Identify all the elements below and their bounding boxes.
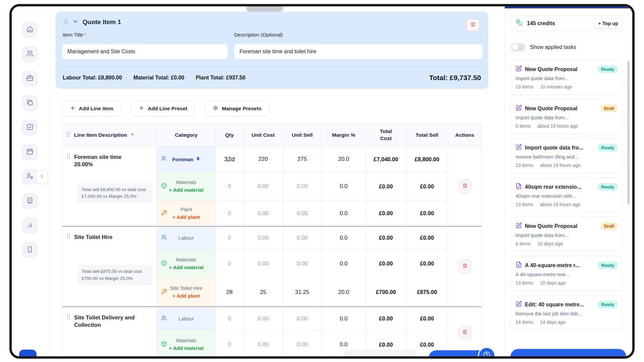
qty-cell[interactable]: 0 bbox=[215, 307, 243, 330]
task-description: Remove the last job item title... bbox=[516, 311, 618, 316]
file-icon bbox=[516, 261, 522, 269]
top-notch bbox=[246, 4, 283, 12]
line-item-title[interactable]: Site Toilet Hire bbox=[74, 233, 112, 241]
qty-cell[interactable]: 32d bbox=[215, 146, 243, 172]
unit-sell-cell[interactable]: 0.00 bbox=[283, 249, 321, 278]
show-applied-tasks-toggle[interactable] bbox=[511, 43, 525, 51]
nav-calendar-button[interactable] bbox=[22, 144, 38, 160]
line-item-title[interactable]: Site Toilet Delivery and Collection bbox=[74, 314, 140, 329]
unit-cost-cell[interactable]: 220 bbox=[243, 146, 283, 172]
total-sell-cell: £0.00 bbox=[406, 249, 448, 278]
task-card[interactable]: 40sqm rear extensio...Ready 40sqm rear e… bbox=[511, 178, 623, 213]
unit-cost-cell[interactable]: 0.00 bbox=[243, 172, 283, 200]
task-title: New Quote Proposal bbox=[525, 223, 577, 229]
drag-handle-icon[interactable] bbox=[64, 18, 68, 26]
top-up-button[interactable]: + Top up bbox=[593, 18, 623, 29]
unit-cost-cell[interactable]: 0.00 bbox=[243, 307, 283, 330]
drag-handle-icon[interactable] bbox=[66, 233, 71, 241]
nav-reports-button[interactable] bbox=[22, 218, 38, 234]
delete-quote-item-button[interactable] bbox=[466, 19, 480, 31]
collapse-chevron-icon[interactable] bbox=[72, 18, 78, 26]
category-cell-materials[interactable]: Materials + Add material bbox=[157, 249, 215, 278]
task-card[interactable]: Edit: 40 square metre...Ready Remove the… bbox=[511, 295, 623, 330]
margin-cell[interactable]: 20.0 bbox=[321, 278, 366, 306]
task-card[interactable]: New Quote ProposalDraft Import quote dat… bbox=[511, 99, 623, 134]
add-line-preset-label: Add Line Preset bbox=[148, 106, 187, 112]
drag-handle-icon[interactable] bbox=[66, 314, 71, 321]
qty-cell[interactable]: 28 bbox=[215, 278, 243, 306]
status-badge: Ready bbox=[598, 65, 618, 73]
add-material-link[interactable]: + Add material bbox=[169, 345, 203, 352]
nav-user-settings-button[interactable] bbox=[22, 169, 38, 185]
bottom-secondary-button[interactable] bbox=[342, 350, 418, 359]
description-input[interactable] bbox=[234, 44, 483, 59]
unit-sell-cell[interactable]: 0.00 bbox=[283, 330, 321, 359]
nav-company-button[interactable] bbox=[22, 193, 38, 209]
qty-cell[interactable]: 0 bbox=[215, 249, 243, 278]
bottom-left-action-button[interactable] bbox=[19, 350, 37, 359]
nav-mobile-button[interactable] bbox=[22, 242, 38, 258]
manage-presets-button[interactable]: Manage Presets bbox=[205, 101, 269, 116]
qty-cell[interactable]: 0 bbox=[215, 330, 243, 359]
nav-tasks-button[interactable] bbox=[22, 120, 38, 136]
task-card[interactable]: Import quote data fro...Ready remove bat… bbox=[511, 138, 623, 173]
qty-cell[interactable]: 0 bbox=[215, 227, 243, 249]
category-cell-labour[interactable]: Labour bbox=[157, 227, 215, 249]
item-title-input[interactable] bbox=[62, 44, 228, 59]
margin-cell[interactable]: 20.0 bbox=[321, 146, 366, 172]
category-cell-site-toilet-hire[interactable]: Site Toilet Hire + Add plant bbox=[157, 278, 215, 306]
tasks-scrollbar[interactable] bbox=[627, 61, 630, 204]
tasks-panel: 145 credits + Top up Show applied tasks … bbox=[504, 6, 632, 356]
question-icon bbox=[483, 351, 491, 359]
add-material-link[interactable]: + Add material bbox=[169, 187, 203, 193]
unit-cost-cell[interactable]: 0.00 bbox=[243, 200, 283, 226]
category-cell-materials[interactable]: Materials + Add material bbox=[157, 172, 215, 200]
add-line-item-button[interactable]: Add Line Item bbox=[62, 101, 121, 116]
unit-cost-cell[interactable]: 25 bbox=[243, 278, 283, 306]
header-line-item-description: Line Item Description* bbox=[62, 124, 157, 146]
margin-cell[interactable]: 0.0 bbox=[321, 307, 366, 330]
unit-sell-cell[interactable]: 0.00 bbox=[283, 227, 321, 249]
category-cell-foreman[interactable]: Foreman bbox=[157, 146, 215, 172]
task-title: New Quote Proposal bbox=[525, 66, 577, 72]
unit-sell-cell[interactable]: 275 bbox=[283, 146, 321, 172]
wrench-icon bbox=[161, 289, 167, 296]
delete-line-item-button[interactable] bbox=[459, 326, 471, 340]
unit-sell-cell[interactable]: 0.00 bbox=[283, 200, 321, 226]
task-card[interactable]: A 40-square-metre r...Ready A 40-square-… bbox=[511, 256, 623, 291]
qty-cell[interactable]: 0 bbox=[215, 200, 243, 226]
total-sell-cell: £0.00 bbox=[406, 227, 448, 249]
unit-cost-cell[interactable]: 0.00 bbox=[243, 227, 283, 249]
add-plant-link[interactable]: + Add plant bbox=[172, 214, 200, 221]
add-plant-link[interactable]: + Add plant bbox=[172, 293, 200, 299]
category-cell-labour[interactable]: Labour bbox=[157, 307, 215, 330]
unit-sell-cell[interactable]: 31.25 bbox=[283, 278, 321, 306]
sidebar-expand-button[interactable] bbox=[36, 170, 48, 184]
unit-cost-cell[interactable]: 0.00 bbox=[243, 249, 283, 278]
people-icon bbox=[161, 315, 167, 322]
add-material-link[interactable]: + Add material bbox=[169, 264, 203, 271]
task-card[interactable]: New Quote ProposalDraft Import quote dat… bbox=[511, 217, 623, 252]
line-item-title[interactable]: Foreman site time 20.00% bbox=[74, 153, 140, 168]
drag-handle-icon[interactable] bbox=[66, 153, 71, 161]
nav-contacts-button[interactable] bbox=[22, 46, 38, 62]
qty-cell[interactable]: 0 bbox=[215, 172, 243, 200]
margin-cell[interactable]: 0.0 bbox=[321, 227, 366, 249]
unit-sell-cell[interactable]: 0.00 bbox=[283, 172, 321, 200]
margin-cell[interactable]: 0.0 bbox=[321, 249, 366, 278]
margin-cell[interactable]: 0.0 bbox=[321, 200, 366, 226]
panel-primary-button[interactable] bbox=[511, 349, 626, 359]
unit-cost-cell[interactable]: 0.00 bbox=[243, 330, 283, 359]
delete-line-item-button[interactable] bbox=[459, 259, 471, 274]
margin-cell[interactable]: 0.0 bbox=[321, 172, 366, 200]
bookmark-icon bbox=[196, 156, 200, 163]
unit-sell-cell[interactable]: 0.00 bbox=[283, 307, 321, 330]
category-cell-plant[interactable]: Plant + Add plant bbox=[157, 200, 215, 226]
delete-line-item-button[interactable] bbox=[459, 179, 471, 193]
task-card[interactable]: New Quote ProposalReady Import quote dat… bbox=[511, 60, 623, 95]
add-line-preset-button[interactable]: Add Line Preset bbox=[131, 101, 195, 116]
nav-home-button[interactable] bbox=[22, 22, 38, 38]
nav-jobs-button[interactable] bbox=[22, 71, 38, 87]
nav-documents-button[interactable] bbox=[22, 95, 38, 111]
category-cell-materials[interactable]: Materials + Add material bbox=[157, 330, 215, 359]
